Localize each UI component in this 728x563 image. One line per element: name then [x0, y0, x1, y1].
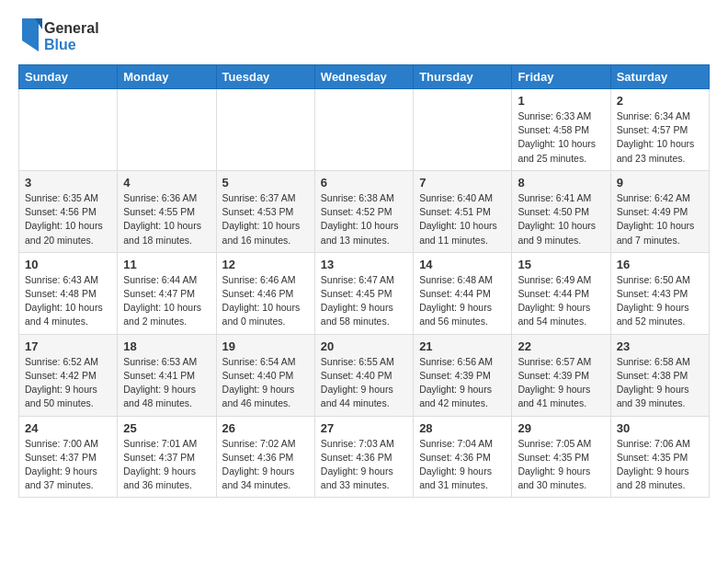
calendar-week-row: 24Sunrise: 7:00 AM Sunset: 4:37 PM Dayli…: [19, 416, 710, 498]
calendar-week-row: 3Sunrise: 6:35 AM Sunset: 4:56 PM Daylig…: [19, 170, 710, 252]
day-info: Sunrise: 6:49 AM Sunset: 4:44 PM Dayligh…: [518, 273, 604, 329]
day-number: 3: [25, 176, 111, 190]
calendar-cell: 9Sunrise: 6:42 AM Sunset: 4:49 PM Daylig…: [610, 170, 709, 252]
day-number: 5: [222, 176, 309, 190]
day-number: 18: [123, 339, 210, 353]
day-info: Sunrise: 6:55 AM Sunset: 4:40 PM Dayligh…: [321, 355, 407, 411]
calendar-cell: 18Sunrise: 6:53 AM Sunset: 4:41 PM Dayli…: [118, 334, 216, 416]
day-number: 27: [321, 421, 407, 435]
calendar-cell: 15Sunrise: 6:49 AM Sunset: 4:44 PM Dayli…: [512, 252, 610, 334]
day-info: Sunrise: 7:01 AM Sunset: 4:37 PM Dayligh…: [123, 437, 210, 493]
calendar-table: SundayMondayTuesdayWednesdayThursdayFrid…: [18, 64, 710, 498]
day-number: 7: [419, 176, 506, 190]
day-info: Sunrise: 6:43 AM Sunset: 4:48 PM Dayligh…: [25, 273, 111, 329]
svg-text:Blue: Blue: [44, 37, 76, 52]
weekday-header: Saturday: [610, 65, 709, 89]
svg-text:General: General: [44, 20, 99, 36]
day-info: Sunrise: 6:57 AM Sunset: 4:39 PM Dayligh…: [518, 355, 604, 411]
day-info: Sunrise: 7:02 AM Sunset: 4:36 PM Dayligh…: [222, 437, 309, 493]
weekday-header: Tuesday: [216, 65, 314, 89]
calendar-cell: 23Sunrise: 6:58 AM Sunset: 4:38 PM Dayli…: [610, 334, 709, 416]
day-info: Sunrise: 6:36 AM Sunset: 4:55 PM Dayligh…: [123, 191, 210, 247]
day-info: Sunrise: 7:03 AM Sunset: 4:36 PM Dayligh…: [321, 437, 407, 493]
header: GeneralBlue: [18, 15, 710, 55]
calendar-cell: 25Sunrise: 7:01 AM Sunset: 4:37 PM Dayli…: [118, 416, 216, 498]
day-info: Sunrise: 6:37 AM Sunset: 4:53 PM Dayligh…: [222, 191, 309, 247]
day-number: 16: [617, 258, 703, 271]
day-info: Sunrise: 7:06 AM Sunset: 4:35 PM Dayligh…: [617, 437, 703, 493]
day-number: 23: [617, 339, 703, 353]
calendar-cell: 21Sunrise: 6:56 AM Sunset: 4:39 PM Dayli…: [414, 334, 512, 416]
day-number: 25: [123, 421, 210, 435]
calendar-cell: 3Sunrise: 6:35 AM Sunset: 4:56 PM Daylig…: [19, 170, 118, 252]
calendar-cell: 12Sunrise: 6:46 AM Sunset: 4:46 PM Dayli…: [216, 252, 314, 334]
calendar-cell: [314, 89, 413, 171]
calendar-cell: 2Sunrise: 6:34 AM Sunset: 4:57 PM Daylig…: [610, 89, 709, 171]
day-info: Sunrise: 6:46 AM Sunset: 4:46 PM Dayligh…: [222, 273, 309, 329]
weekday-header-row: SundayMondayTuesdayWednesdayThursdayFrid…: [19, 65, 710, 89]
weekday-header: Friday: [512, 65, 610, 89]
day-number: 13: [321, 258, 407, 271]
day-info: Sunrise: 6:44 AM Sunset: 4:47 PM Dayligh…: [123, 273, 210, 329]
calendar-cell: 1Sunrise: 6:33 AM Sunset: 4:58 PM Daylig…: [512, 89, 610, 171]
day-info: Sunrise: 6:34 AM Sunset: 4:57 PM Dayligh…: [617, 109, 703, 166]
logo-svg: GeneralBlue: [18, 15, 101, 55]
day-number: 17: [25, 339, 111, 353]
calendar-cell: 19Sunrise: 6:54 AM Sunset: 4:40 PM Dayli…: [216, 334, 314, 416]
day-number: 11: [123, 258, 210, 271]
day-number: 19: [222, 339, 309, 353]
day-info: Sunrise: 6:52 AM Sunset: 4:42 PM Dayligh…: [25, 355, 111, 411]
day-number: 30: [617, 421, 703, 435]
day-info: Sunrise: 6:48 AM Sunset: 4:44 PM Dayligh…: [419, 273, 506, 329]
calendar-cell: 28Sunrise: 7:04 AM Sunset: 4:36 PM Dayli…: [414, 416, 512, 498]
day-info: Sunrise: 6:56 AM Sunset: 4:39 PM Dayligh…: [419, 355, 506, 411]
calendar-cell: 26Sunrise: 7:02 AM Sunset: 4:36 PM Dayli…: [216, 416, 314, 498]
calendar-cell: [414, 89, 512, 171]
day-number: 2: [617, 94, 703, 108]
weekday-header: Wednesday: [314, 65, 413, 89]
day-number: 1: [518, 94, 604, 108]
calendar-cell: 11Sunrise: 6:44 AM Sunset: 4:47 PM Dayli…: [118, 252, 216, 334]
day-number: 26: [222, 421, 309, 435]
svg-marker-0: [22, 18, 39, 52]
calendar-week-row: 10Sunrise: 6:43 AM Sunset: 4:48 PM Dayli…: [19, 252, 710, 334]
day-info: Sunrise: 6:54 AM Sunset: 4:40 PM Dayligh…: [222, 355, 309, 411]
calendar-cell: 7Sunrise: 6:40 AM Sunset: 4:51 PM Daylig…: [414, 170, 512, 252]
day-info: Sunrise: 6:40 AM Sunset: 4:51 PM Dayligh…: [419, 191, 506, 247]
day-info: Sunrise: 6:41 AM Sunset: 4:50 PM Dayligh…: [518, 191, 604, 247]
day-info: Sunrise: 6:58 AM Sunset: 4:38 PM Dayligh…: [617, 355, 703, 411]
day-number: 15: [518, 258, 604, 271]
day-info: Sunrise: 6:35 AM Sunset: 4:56 PM Dayligh…: [25, 191, 111, 247]
logo: GeneralBlue: [18, 15, 101, 55]
calendar-cell: 20Sunrise: 6:55 AM Sunset: 4:40 PM Dayli…: [314, 334, 413, 416]
page: GeneralBlue SundayMondayTuesdayWednesday…: [0, 0, 728, 512]
calendar-cell: 29Sunrise: 7:05 AM Sunset: 4:35 PM Dayli…: [512, 416, 610, 498]
calendar-cell: 8Sunrise: 6:41 AM Sunset: 4:50 PM Daylig…: [512, 170, 610, 252]
weekday-header: Monday: [118, 65, 216, 89]
day-number: 28: [419, 421, 506, 435]
day-info: Sunrise: 7:00 AM Sunset: 4:37 PM Dayligh…: [25, 437, 111, 493]
day-info: Sunrise: 6:33 AM Sunset: 4:58 PM Dayligh…: [518, 109, 604, 166]
day-number: 9: [617, 176, 703, 190]
calendar-cell: [216, 89, 314, 171]
day-info: Sunrise: 7:05 AM Sunset: 4:35 PM Dayligh…: [518, 437, 604, 493]
day-number: 24: [25, 421, 111, 435]
day-number: 6: [321, 176, 407, 190]
day-info: Sunrise: 6:50 AM Sunset: 4:43 PM Dayligh…: [617, 273, 703, 329]
calendar-cell: 10Sunrise: 6:43 AM Sunset: 4:48 PM Dayli…: [19, 252, 118, 334]
day-number: 4: [123, 176, 210, 190]
calendar-cell: [118, 89, 216, 171]
calendar-week-row: 1Sunrise: 6:33 AM Sunset: 4:58 PM Daylig…: [19, 89, 710, 171]
day-number: 20: [321, 339, 407, 353]
calendar-cell: [19, 89, 118, 171]
calendar-cell: 6Sunrise: 6:38 AM Sunset: 4:52 PM Daylig…: [314, 170, 413, 252]
calendar-cell: 22Sunrise: 6:57 AM Sunset: 4:39 PM Dayli…: [512, 334, 610, 416]
day-info: Sunrise: 7:04 AM Sunset: 4:36 PM Dayligh…: [419, 437, 506, 493]
weekday-header: Sunday: [19, 65, 118, 89]
day-number: 21: [419, 339, 506, 353]
calendar-cell: 4Sunrise: 6:36 AM Sunset: 4:55 PM Daylig…: [118, 170, 216, 252]
day-number: 29: [518, 421, 604, 435]
day-info: Sunrise: 6:38 AM Sunset: 4:52 PM Dayligh…: [321, 191, 407, 247]
calendar-cell: 5Sunrise: 6:37 AM Sunset: 4:53 PM Daylig…: [216, 170, 314, 252]
day-number: 14: [419, 258, 506, 271]
